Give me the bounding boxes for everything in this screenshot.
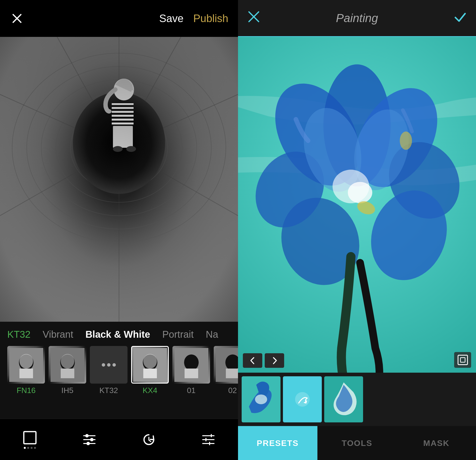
nav-arrows [243, 353, 284, 368]
brush-preset-3[interactable] [324, 376, 363, 422]
brush-presets [238, 373, 476, 426]
preset-02-label: 02 [228, 386, 237, 395]
right-bottom-tabs: PRESETS TOOLS MASK [238, 426, 476, 460]
preset-kt32-label: KT32 [99, 386, 118, 395]
frames-dots [24, 447, 36, 449]
right-confirm-button[interactable] [454, 11, 466, 26]
next-arrow[interactable] [265, 353, 284, 368]
svg-rect-33 [19, 369, 33, 378]
svg-point-34 [19, 354, 33, 369]
preset-thumb-01 [172, 346, 210, 384]
save-button[interactable]: Save [159, 12, 183, 25]
publish-button[interactable]: Publish [193, 12, 228, 25]
brush-preset-1[interactable] [242, 376, 280, 422]
header-actions: Save Publish [159, 12, 228, 25]
preset-fn16-label: FN16 [17, 386, 35, 395]
svg-point-44 [184, 354, 199, 370]
svg-rect-41 [143, 369, 157, 378]
right-header: Painting [238, 0, 476, 37]
painting-canvas [238, 37, 476, 373]
photo-area [0, 37, 238, 322]
right-panel: Painting [238, 0, 476, 460]
right-title: Painting [336, 11, 378, 25]
painting-area[interactable] [238, 37, 476, 373]
frames-icon [23, 430, 37, 445]
preset-kx4-label: KX4 [143, 386, 157, 395]
svg-line-57 [149, 440, 151, 442]
preset-thumb-02 [214, 346, 238, 384]
svg-point-55 [86, 442, 90, 445]
preset-01-label: 01 [187, 386, 196, 395]
category-portrait[interactable]: Portrait [162, 329, 194, 340]
svg-rect-49 [24, 432, 36, 444]
prev-arrow[interactable] [243, 353, 262, 368]
category-na[interactable]: Na [206, 329, 218, 340]
tab-presets[interactable]: PRESETS [238, 426, 317, 460]
svg-rect-48 [226, 369, 238, 378]
preset-thumb-fn16 [7, 346, 45, 384]
bottom-toolbar [0, 419, 238, 460]
svg-rect-81 [460, 358, 465, 362]
history-button[interactable] [142, 432, 156, 447]
preset-01[interactable]: 01 [172, 346, 210, 395]
tab-tools[interactable]: TOOLS [317, 426, 397, 460]
preset-02[interactable]: 02 [214, 346, 238, 395]
preset-categories: KT32 Vibrant Black & White Portrait Na [0, 329, 238, 346]
left-panel: Save Publish [0, 0, 238, 460]
adjust-icon [82, 433, 97, 446]
svg-rect-45 [185, 369, 198, 378]
svg-point-79 [400, 131, 412, 150]
svg-point-77 [348, 182, 372, 203]
frames-button[interactable] [23, 430, 37, 449]
history-icon [142, 432, 156, 447]
svg-point-42 [143, 354, 157, 369]
svg-rect-37 [61, 369, 74, 378]
more-filters-button[interactable] [201, 433, 216, 446]
preset-kx4[interactable]: KX4 [131, 346, 169, 395]
preset-thumb-kt32 [90, 346, 128, 384]
expand-button[interactable] [454, 352, 471, 368]
left-header: Save Publish [0, 0, 238, 37]
adjust-button[interactable] [82, 433, 97, 446]
preset-kt32[interactable]: KT32 [90, 346, 128, 395]
tab-mask[interactable]: MASK [397, 426, 476, 460]
category-bw[interactable]: Black & White [85, 329, 150, 340]
svg-point-53 [90, 438, 94, 441]
svg-point-51 [85, 434, 89, 437]
svg-point-82 [255, 394, 267, 404]
svg-point-38 [61, 354, 74, 369]
svg-rect-80 [458, 355, 468, 365]
svg-rect-30 [0, 37, 238, 322]
preset-thumb-kx4 [131, 346, 169, 384]
preset-ih5-label: IH5 [61, 386, 74, 395]
category-vibrant[interactable]: Vibrant [43, 329, 73, 340]
category-kt32[interactable]: KT32 [7, 329, 31, 340]
presets-section: KT32 Vibrant Black & White Portrait Na F… [0, 322, 238, 419]
preset-thumb-ih5 [49, 346, 86, 384]
brush-arrow-icon [295, 392, 310, 407]
preset-fn16[interactable]: FN16 [7, 346, 45, 395]
brush-preset-2[interactable] [283, 376, 322, 422]
close-button[interactable] [10, 11, 24, 26]
preset-ih5[interactable]: IH5 [49, 346, 86, 395]
right-close-button[interactable] [248, 11, 260, 26]
preset-thumbnails: FN16 IH5 [0, 346, 238, 395]
photo-canvas [0, 37, 238, 322]
more-filters-icon [201, 433, 216, 446]
